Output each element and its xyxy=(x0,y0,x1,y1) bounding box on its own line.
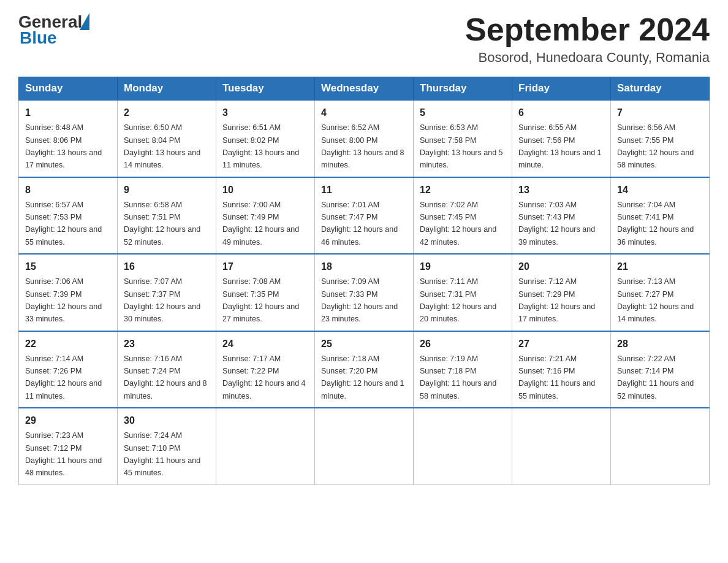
day-number: 6 xyxy=(518,105,604,120)
day-info: Sunrise: 7:09 AMSunset: 7:33 PMDaylight:… xyxy=(321,277,398,323)
calendar-week-row: 15 Sunrise: 7:06 AMSunset: 7:39 PMDaylig… xyxy=(19,254,710,331)
day-info: Sunrise: 7:13 AMSunset: 7:27 PMDaylight:… xyxy=(617,277,694,323)
day-info: Sunrise: 7:02 AMSunset: 7:45 PMDaylight:… xyxy=(420,201,496,247)
table-row: 20 Sunrise: 7:12 AMSunset: 7:29 PMDaylig… xyxy=(512,254,611,331)
table-row: 9 Sunrise: 6:58 AMSunset: 7:51 PMDayligh… xyxy=(118,177,216,255)
table-row: 24 Sunrise: 7:17 AMSunset: 7:22 PMDaylig… xyxy=(216,331,315,408)
day-info: Sunrise: 7:12 AMSunset: 7:29 PMDaylight:… xyxy=(518,277,595,323)
col-thursday: Thursday xyxy=(414,77,512,101)
day-number: 12 xyxy=(420,183,506,197)
day-info: Sunrise: 6:48 AMSunset: 8:06 PMDaylight:… xyxy=(25,123,102,169)
day-number: 19 xyxy=(420,259,506,274)
logo-blue-text: Blue xyxy=(20,28,57,48)
day-number: 14 xyxy=(617,183,703,197)
table-row: 3 Sunrise: 6:51 AMSunset: 8:02 PMDayligh… xyxy=(216,100,315,177)
table-row xyxy=(611,408,710,484)
day-number: 27 xyxy=(518,337,604,351)
table-row: 21 Sunrise: 7:13 AMSunset: 7:27 PMDaylig… xyxy=(611,254,710,331)
calendar-week-row: 1 Sunrise: 6:48 AMSunset: 8:06 PMDayligh… xyxy=(19,100,710,177)
day-number: 5 xyxy=(420,105,506,120)
day-number: 2 xyxy=(124,105,210,120)
day-info: Sunrise: 7:24 AMSunset: 7:10 PMDaylight:… xyxy=(124,431,200,477)
table-row xyxy=(512,408,611,484)
day-number: 28 xyxy=(617,337,703,351)
calendar-header-row: Sunday Monday Tuesday Wednesday Thursday… xyxy=(19,77,710,101)
day-number: 13 xyxy=(518,183,604,197)
table-row: 13 Sunrise: 7:03 AMSunset: 7:43 PMDaylig… xyxy=(512,177,611,255)
table-row: 28 Sunrise: 7:22 AMSunset: 7:14 PMDaylig… xyxy=(611,331,710,408)
day-number: 24 xyxy=(222,337,308,351)
day-info: Sunrise: 7:17 AMSunset: 7:22 PMDaylight:… xyxy=(222,354,306,400)
table-row: 4 Sunrise: 6:52 AMSunset: 8:00 PMDayligh… xyxy=(315,100,414,177)
logo-triangle-icon xyxy=(80,13,89,30)
day-number: 29 xyxy=(25,413,111,428)
day-info: Sunrise: 6:56 AMSunset: 7:55 PMDaylight:… xyxy=(617,123,694,169)
col-monday: Monday xyxy=(118,77,216,101)
day-number: 15 xyxy=(25,259,111,274)
day-number: 26 xyxy=(420,337,506,351)
day-number: 9 xyxy=(124,183,210,197)
logo: General Blue xyxy=(18,12,89,48)
page-header: General Blue September 2024 Bosorod, Hun… xyxy=(18,12,710,66)
month-year-title: September 2024 xyxy=(465,12,710,47)
col-wednesday: Wednesday xyxy=(315,77,414,101)
day-info: Sunrise: 7:18 AMSunset: 7:20 PMDaylight:… xyxy=(321,354,404,400)
day-number: 4 xyxy=(321,105,407,120)
day-info: Sunrise: 7:16 AMSunset: 7:24 PMDaylight:… xyxy=(124,354,207,400)
day-info: Sunrise: 6:57 AMSunset: 7:53 PMDaylight:… xyxy=(25,201,102,247)
day-number: 18 xyxy=(321,259,407,274)
day-info: Sunrise: 7:14 AMSunset: 7:26 PMDaylight:… xyxy=(25,354,102,400)
table-row: 2 Sunrise: 6:50 AMSunset: 8:04 PMDayligh… xyxy=(118,100,216,177)
table-row: 18 Sunrise: 7:09 AMSunset: 7:33 PMDaylig… xyxy=(315,254,414,331)
day-info: Sunrise: 7:07 AMSunset: 7:37 PMDaylight:… xyxy=(124,277,200,323)
day-number: 8 xyxy=(25,183,111,197)
table-row: 27 Sunrise: 7:21 AMSunset: 7:16 PMDaylig… xyxy=(512,331,611,408)
day-info: Sunrise: 7:06 AMSunset: 7:39 PMDaylight:… xyxy=(25,277,102,323)
table-row xyxy=(315,408,414,484)
table-row: 16 Sunrise: 7:07 AMSunset: 7:37 PMDaylig… xyxy=(118,254,216,331)
table-row: 29 Sunrise: 7:23 AMSunset: 7:12 PMDaylig… xyxy=(19,408,118,484)
col-sunday: Sunday xyxy=(19,77,118,101)
day-number: 7 xyxy=(617,105,703,120)
table-row: 15 Sunrise: 7:06 AMSunset: 7:39 PMDaylig… xyxy=(19,254,118,331)
table-row: 12 Sunrise: 7:02 AMSunset: 7:45 PMDaylig… xyxy=(414,177,512,255)
day-info: Sunrise: 7:11 AMSunset: 7:31 PMDaylight:… xyxy=(420,277,496,323)
day-number: 25 xyxy=(321,337,407,351)
table-row xyxy=(216,408,315,484)
day-number: 21 xyxy=(617,259,703,274)
col-saturday: Saturday xyxy=(611,77,710,101)
day-info: Sunrise: 6:50 AMSunset: 8:04 PMDaylight:… xyxy=(124,123,200,169)
day-number: 30 xyxy=(124,413,210,428)
day-info: Sunrise: 7:08 AMSunset: 7:35 PMDaylight:… xyxy=(222,277,299,323)
day-number: 3 xyxy=(222,105,308,120)
calendar-week-row: 22 Sunrise: 7:14 AMSunset: 7:26 PMDaylig… xyxy=(19,331,710,408)
table-row: 25 Sunrise: 7:18 AMSunset: 7:20 PMDaylig… xyxy=(315,331,414,408)
table-row: 17 Sunrise: 7:08 AMSunset: 7:35 PMDaylig… xyxy=(216,254,315,331)
day-number: 22 xyxy=(25,337,111,351)
table-row: 19 Sunrise: 7:11 AMSunset: 7:31 PMDaylig… xyxy=(414,254,512,331)
day-number: 11 xyxy=(321,183,407,197)
day-info: Sunrise: 7:00 AMSunset: 7:49 PMDaylight:… xyxy=(222,201,299,247)
day-number: 1 xyxy=(25,105,111,120)
location-subtitle: Bosorod, Hunedoara County, Romania xyxy=(465,50,710,66)
table-row: 6 Sunrise: 6:55 AMSunset: 7:56 PMDayligh… xyxy=(512,100,611,177)
day-info: Sunrise: 7:03 AMSunset: 7:43 PMDaylight:… xyxy=(518,201,595,247)
day-info: Sunrise: 6:53 AMSunset: 7:58 PMDaylight:… xyxy=(420,123,503,169)
table-row: 23 Sunrise: 7:16 AMSunset: 7:24 PMDaylig… xyxy=(118,331,216,408)
day-info: Sunrise: 7:23 AMSunset: 7:12 PMDaylight:… xyxy=(25,431,102,477)
table-row: 10 Sunrise: 7:00 AMSunset: 7:49 PMDaylig… xyxy=(216,177,315,255)
calendar-table: Sunday Monday Tuesday Wednesday Thursday… xyxy=(18,77,710,485)
day-number: 10 xyxy=(222,183,308,197)
table-row: 26 Sunrise: 7:19 AMSunset: 7:18 PMDaylig… xyxy=(414,331,512,408)
day-number: 17 xyxy=(222,259,308,274)
table-row xyxy=(414,408,512,484)
table-row: 7 Sunrise: 6:56 AMSunset: 7:55 PMDayligh… xyxy=(611,100,710,177)
day-info: Sunrise: 6:51 AMSunset: 8:02 PMDaylight:… xyxy=(222,123,299,169)
col-tuesday: Tuesday xyxy=(216,77,315,101)
header-title-block: September 2024 Bosorod, Hunedoara County… xyxy=(465,12,710,66)
table-row: 30 Sunrise: 7:24 AMSunset: 7:10 PMDaylig… xyxy=(118,408,216,484)
table-row: 11 Sunrise: 7:01 AMSunset: 7:47 PMDaylig… xyxy=(315,177,414,255)
day-number: 23 xyxy=(124,337,210,351)
day-info: Sunrise: 6:58 AMSunset: 7:51 PMDaylight:… xyxy=(124,201,200,247)
table-row: 8 Sunrise: 6:57 AMSunset: 7:53 PMDayligh… xyxy=(19,177,118,255)
